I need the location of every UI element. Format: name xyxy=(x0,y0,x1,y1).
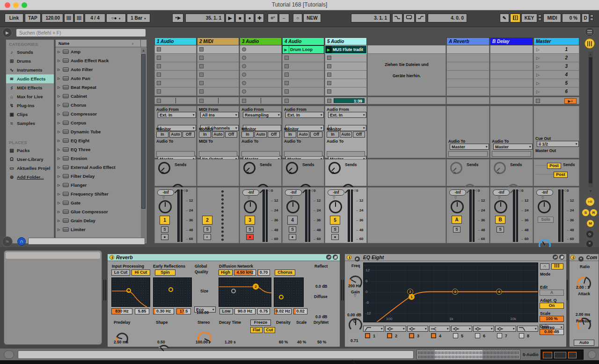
device-scroll-handle[interactable] xyxy=(341,280,344,300)
clip[interactable]: ▶ MUS Flute tradit xyxy=(325,45,367,54)
band-6-filter-dropdown[interactable]: ▼ xyxy=(473,326,494,332)
output-dropdown[interactable]: Master▼ xyxy=(450,144,489,150)
band-2-filter-dropdown[interactable]: ▼ xyxy=(385,326,406,332)
input-type-dropdown[interactable]: Ext. In▼ xyxy=(285,112,324,118)
low-gain-value[interactable]: 0.75 xyxy=(257,308,270,314)
browser-collapse-button[interactable]: ▶ xyxy=(2,28,12,37)
solo-button[interactable]: S xyxy=(161,226,168,233)
overdub-button[interactable]: ✚ xyxy=(255,14,264,22)
disclosure-icon[interactable]: ▷ xyxy=(58,86,61,89)
band-7-activator[interactable] xyxy=(497,333,502,338)
disclosure-icon[interactable]: ▷ xyxy=(58,139,61,143)
send-a-knob[interactable]: A xyxy=(286,162,298,174)
loop-length-display[interactable]: 4. 0. 0 xyxy=(428,14,467,22)
disclosure-icon[interactable]: ▷ xyxy=(58,157,61,160)
save-preset-icon[interactable]: ▣ xyxy=(559,255,564,260)
monitor-off-button[interactable]: Off xyxy=(183,131,195,138)
quantization-menu[interactable]: 1 Bar ▼ xyxy=(127,14,150,22)
browser-item[interactable]: ▷Grain Delay xyxy=(56,216,146,225)
clip-slot[interactable] xyxy=(154,54,197,62)
clip-slot[interactable] xyxy=(197,87,239,96)
monitor-off-button[interactable]: Off xyxy=(353,131,365,138)
disclosure-icon[interactable]: ▷ xyxy=(58,201,61,205)
track-stop-slot[interactable] xyxy=(154,97,197,104)
clip[interactable]: ▶ Drum Loop xyxy=(282,45,324,54)
size-value[interactable]: 100.00 xyxy=(197,310,209,315)
high-shelf-button[interactable]: High xyxy=(219,269,233,276)
scene-play-icon[interactable]: ▷ xyxy=(536,56,540,60)
disclosure-icon[interactable]: ▷ xyxy=(58,192,61,196)
pan-icon[interactable]: ▽ xyxy=(162,196,165,200)
tap-tempo-button[interactable]: TAP xyxy=(25,14,41,22)
browser-item[interactable]: ▷Flanger xyxy=(56,181,146,189)
volume-knob[interactable] xyxy=(159,200,172,213)
scene-slot[interactable]: ▷6 xyxy=(533,87,579,96)
stereo-value[interactable]: 100.00 xyxy=(196,340,208,344)
clip-slot[interactable] xyxy=(325,62,367,71)
stop-button[interactable]: ■ xyxy=(235,14,244,22)
device-power-icon[interactable] xyxy=(347,255,351,260)
ratio-value[interactable]: 2.00 : 1 xyxy=(576,285,590,290)
spin-display[interactable] xyxy=(153,277,192,307)
hi-cut-button[interactable]: Hi Cut xyxy=(131,269,150,276)
scroll-up-icon[interactable]: ▲ xyxy=(142,49,145,52)
monitor-in-button[interactable]: In xyxy=(327,131,339,138)
browser-item[interactable]: ▷EQ Three xyxy=(56,145,146,154)
scrollbar-thumb[interactable] xyxy=(141,54,146,209)
stop-all-clips-icon[interactable] xyxy=(536,99,540,103)
density-value[interactable]: 60 % xyxy=(279,340,288,344)
clip-play-icon[interactable]: ▶ xyxy=(325,46,332,53)
send-a-knob[interactable]: A xyxy=(329,162,341,174)
high-gain-value[interactable]: 0.70 xyxy=(257,269,270,276)
eq-node-4[interactable]: 4 xyxy=(496,289,502,295)
monitor-in-button[interactable]: In xyxy=(241,131,254,138)
arm-button[interactable]: ● xyxy=(289,234,296,240)
crossfade-section-toggle[interactable]: × xyxy=(586,240,593,247)
volume-display[interactable]: -Inf xyxy=(449,189,466,196)
session-record-button[interactable]: ○ xyxy=(293,14,302,22)
scrollbar-thumb[interactable] xyxy=(589,57,592,183)
clip-slot[interactable] xyxy=(154,62,197,71)
browser-item[interactable]: ▷Limiter xyxy=(56,225,146,234)
follow-button[interactable]: ‣▶ xyxy=(172,14,183,22)
solo-button[interactable]: S xyxy=(331,226,339,233)
monitor-off-button[interactable]: Off xyxy=(310,131,322,138)
scene-slot[interactable]: ▷3 xyxy=(533,62,579,71)
disclosure-icon[interactable]: ▷ xyxy=(58,130,61,134)
track-header[interactable]: 1 Audio xyxy=(154,37,197,45)
shape-value[interactable]: 0.50 xyxy=(157,340,165,344)
device-power-icon[interactable] xyxy=(570,255,575,260)
browser-item[interactable]: ▷Filter Delay xyxy=(56,172,146,181)
track-header[interactable]: 5 Audio xyxy=(325,37,367,45)
browser-item[interactable]: ▷Dynamic Tube xyxy=(56,127,146,136)
chorus-handle-icon[interactable] xyxy=(279,295,284,299)
q-value[interactable]: 0.71 xyxy=(351,338,358,343)
volume-display[interactable]: -Inf xyxy=(328,189,344,196)
spin-amount-value[interactable]: 17.5 xyxy=(176,308,191,314)
sidebar-item-packs[interactable]: ▤Packs xyxy=(6,146,54,155)
device-title-bar[interactable]: ▶ EQ Eight ⇄ ▣ xyxy=(345,254,566,261)
band-2-activator[interactable] xyxy=(387,333,392,338)
disclosure-icon[interactable]: ▷ xyxy=(58,112,61,116)
arm-button[interactable]: ● xyxy=(331,234,339,240)
track-activator[interactable]: 3 xyxy=(245,216,255,225)
low-shelf-button[interactable]: Low xyxy=(219,308,233,314)
browser-item[interactable]: ▷Glue Compressor xyxy=(56,207,146,216)
disclosure-icon[interactable]: ▷ xyxy=(58,219,61,223)
browser-item[interactable]: ▷EQ Eight xyxy=(56,136,146,145)
band-5-activator[interactable] xyxy=(453,333,458,338)
clip-slot[interactable] xyxy=(240,71,282,79)
overdub-d-button[interactable]: D xyxy=(582,14,589,22)
monitor-in-button[interactable]: In xyxy=(284,131,296,138)
clip-slot[interactable] xyxy=(282,62,324,71)
low-freq-value[interactable]: 90.0 Hz xyxy=(234,308,256,314)
release-auto-button[interactable]: Auto xyxy=(574,340,594,346)
browser-item[interactable]: ▷Auto Filter xyxy=(56,65,146,74)
diffuse-value[interactable]: 0.0 dB xyxy=(315,314,328,319)
io-section-toggle[interactable]: I-O xyxy=(586,197,594,206)
filter-handle-icon[interactable] xyxy=(126,288,131,293)
clip-slot[interactable] xyxy=(282,54,324,62)
pan-icon[interactable]: ▽ xyxy=(290,196,292,200)
eq-curve-display[interactable]: 12 6 0 -6 -12 100 1k 10k 1 2 3 4 xyxy=(363,262,538,322)
spin-handle-icon[interactable] xyxy=(168,287,173,292)
